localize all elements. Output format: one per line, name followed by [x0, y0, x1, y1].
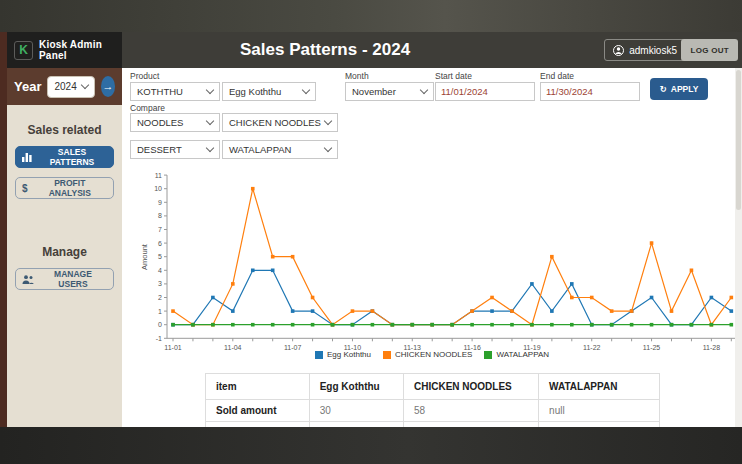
product-label: Product — [130, 71, 159, 81]
profit-analysis-label: PROFIT ANALYSIS — [33, 178, 107, 198]
chevron-down-icon — [302, 86, 310, 94]
table-header-cell: item — [206, 374, 310, 400]
year-select[interactable]: 2024 — [47, 76, 94, 98]
table-cell: 30 — [309, 400, 403, 422]
legend-swatch-icon — [315, 351, 323, 359]
apply-button[interactable]: ↻ APPLY — [650, 78, 708, 100]
user-chip: admkiosk5 — [604, 39, 686, 61]
chevron-down-icon — [324, 144, 332, 152]
compare2-item-select[interactable]: WATALAPPAN — [222, 140, 338, 159]
product-item-select[interactable]: Egg Koththu — [222, 82, 316, 101]
svg-text:1: 1 — [158, 308, 162, 315]
svg-text:2: 2 — [158, 294, 162, 301]
legend-item[interactable]: WATALAPPAN — [484, 350, 549, 359]
legend-swatch-icon — [383, 351, 391, 359]
sales-line-chart: -10123456789101111-0111-0411-0711-1011-1… — [122, 168, 742, 364]
refresh-icon: ↻ — [660, 84, 667, 94]
legend-item[interactable]: CHICKEN NOODLES — [383, 350, 472, 359]
year-select-value: 2024 — [54, 81, 76, 92]
end-date-input[interactable] — [540, 82, 640, 101]
table-cell: 58 — [403, 400, 538, 422]
comparison-table: itemEgg KoththuCHICKEN NOODLESWATALAPPAN… — [205, 373, 660, 427]
svg-text:11: 11 — [155, 172, 162, 179]
svg-text:6: 6 — [158, 240, 162, 247]
legend-item[interactable]: Egg Koththu — [315, 350, 371, 359]
page-header: Sales Patterns - 2024 admkiosk5 LOG OUT — [122, 32, 742, 68]
svg-text:10: 10 — [154, 185, 162, 192]
kiosk-logo-icon: K — [14, 41, 33, 60]
sidebar-header: K Kiosk Admin Panel — [7, 32, 122, 68]
dollar-icon: $ — [22, 183, 28, 194]
content: Product KOTHTHU Egg Koththu Month Novemb… — [122, 68, 742, 427]
bar-chart-icon — [22, 153, 32, 162]
year-label: Year — [14, 79, 41, 94]
svg-text:0: 0 — [158, 321, 162, 328]
sales-related-heading: Sales related — [7, 123, 122, 137]
table-header-cell: CHICKEN NOODLES — [403, 374, 538, 400]
sidebar-body: Sales related SALES PATTERNS $ PROFIT AN… — [7, 105, 122, 427]
manage-heading: Manage — [7, 245, 122, 259]
app-title: Kiosk Admin Panel — [39, 39, 115, 61]
svg-text:8: 8 — [158, 212, 162, 219]
table-header-cell: Egg Koththu — [309, 374, 403, 400]
sales-patterns-label: SALES PATTERNS — [37, 147, 107, 167]
apply-label: APPLY — [671, 84, 699, 94]
users-icon — [22, 275, 34, 284]
svg-text:4: 4 — [158, 267, 162, 274]
compare2-category-select[interactable]: DESSERT — [130, 140, 220, 159]
compare2-category-value: DESSERT — [137, 144, 182, 155]
chevron-down-icon — [420, 86, 428, 94]
year-go-button[interactable]: → — [101, 76, 115, 97]
app-window: K Kiosk Admin Panel Year 2024 → Sales re… — [7, 32, 742, 427]
start-date-input[interactable] — [435, 82, 535, 101]
month-value: November — [352, 86, 396, 97]
product-category-value: KOTHTHU — [137, 86, 183, 97]
backdrop-bottom-strip — [0, 427, 742, 464]
month-select[interactable]: November — [345, 82, 434, 101]
svg-text:Amount: Amount — [140, 243, 149, 270]
compare-label: Compare — [130, 103, 165, 113]
svg-text:-1: -1 — [156, 335, 162, 342]
chevron-down-icon — [81, 81, 89, 89]
sidebar-item-sales-patterns[interactable]: SALES PATTERNS — [15, 146, 114, 168]
legend-swatch-icon — [484, 351, 492, 359]
compare1-category-value: NOODLES — [137, 117, 183, 128]
compare1-item-select[interactable]: CHICKEN NOODLES — [222, 113, 338, 132]
product-category-select[interactable]: KOTHTHU — [130, 82, 220, 101]
backdrop: K Kiosk Admin Panel Year 2024 → Sales re… — [0, 0, 742, 464]
svg-text:7: 7 — [158, 226, 162, 233]
svg-text:5: 5 — [158, 253, 162, 260]
table-header-cell: WATALAPPAN — [539, 374, 660, 400]
chevron-down-icon — [324, 117, 332, 125]
table-row: Sold amount3058null — [206, 400, 660, 422]
vertical-scrollbar[interactable] — [735, 68, 742, 427]
main-area: Sales Patterns - 2024 admkiosk5 LOG OUT … — [122, 32, 742, 427]
sidebar-item-profit-analysis[interactable]: $ PROFIT ANALYSIS — [15, 177, 114, 199]
chevron-down-icon — [206, 117, 214, 125]
logout-button[interactable]: LOG OUT — [681, 39, 738, 61]
chevron-down-icon — [206, 144, 214, 152]
end-date-label: End date — [540, 71, 574, 81]
start-date-label: Start date — [435, 71, 472, 81]
compare1-category-select[interactable]: NOODLES — [130, 113, 220, 132]
manage-users-label: MANAGE USERS — [39, 269, 107, 289]
product-item-value: Egg Koththu — [229, 86, 281, 97]
year-bar: Year 2024 → — [7, 68, 122, 105]
page-title: Sales Patterns - 2024 — [240, 40, 410, 60]
compare2-item-value: WATALAPPAN — [229, 144, 291, 155]
scrollbar-thumb[interactable] — [736, 70, 741, 210]
svg-text:3: 3 — [158, 280, 162, 287]
legend-label: CHICKEN NOODLES — [395, 350, 472, 359]
user-icon — [613, 45, 624, 56]
compare1-item-value: CHICKEN NOODLES — [229, 117, 321, 128]
table-cell: null — [539, 400, 660, 422]
sidebar: K Kiosk Admin Panel Year 2024 → Sales re… — [7, 32, 122, 427]
backdrop-left-strip — [0, 32, 7, 427]
chevron-down-icon — [206, 86, 214, 94]
chart-legend: Egg KoththuCHICKEN NOODLESWATALAPPAN — [122, 350, 742, 359]
sidebar-item-manage-users[interactable]: MANAGE USERS — [15, 268, 114, 290]
legend-label: Egg Koththu — [327, 350, 371, 359]
legend-label: WATALAPPAN — [496, 350, 549, 359]
month-label: Month — [345, 71, 369, 81]
username: admkiosk5 — [629, 45, 677, 56]
